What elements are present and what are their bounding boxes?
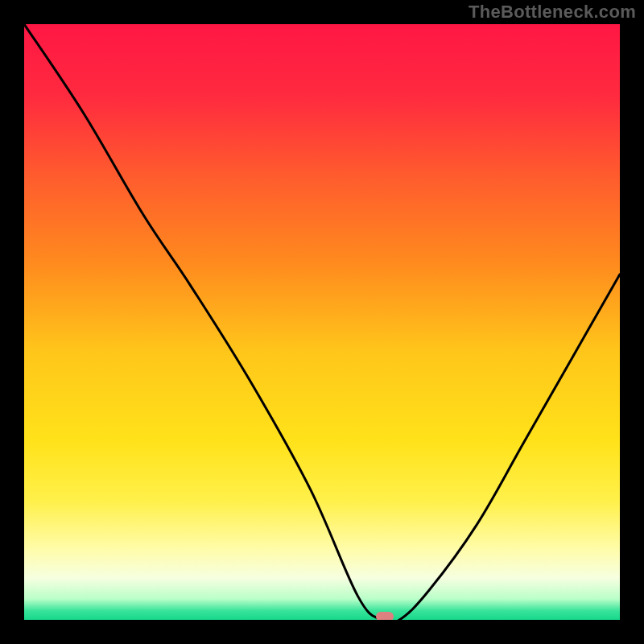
bottleneck-curve [24,24,620,620]
chart-frame: TheBottleneck.com [0,0,644,644]
optimal-point-marker [376,612,394,620]
plot-area [24,24,620,620]
watermark-text: TheBottleneck.com [469,2,636,23]
